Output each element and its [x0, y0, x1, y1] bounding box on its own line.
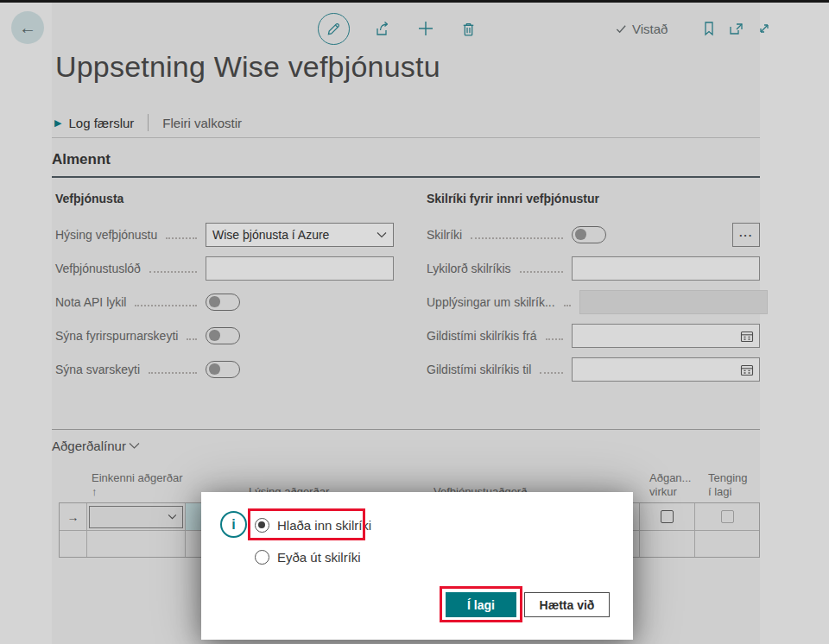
info-icon: i	[220, 511, 247, 538]
radio-option-eyda-ut-skilriki[interactable]: Eyða út skilríki	[255, 546, 361, 567]
radio-button[interactable]	[255, 550, 269, 565]
cancel-button[interactable]: Hætta við	[524, 592, 610, 617]
ok-button[interactable]: Í lagi	[446, 592, 516, 617]
certificate-dialog: i Hlaða inn skilríki Eyða út skilríki Í …	[201, 492, 633, 640]
radio-option-hlada-inn-skilriki[interactable]: Hlaða inn skilríki	[255, 515, 371, 535]
radio-label: Hlaða inn skilríki	[277, 518, 371, 533]
radio-button[interactable]	[255, 518, 269, 533]
radio-label: Eyða út skilríki	[277, 550, 361, 565]
window-top-border	[0, 0, 829, 3]
